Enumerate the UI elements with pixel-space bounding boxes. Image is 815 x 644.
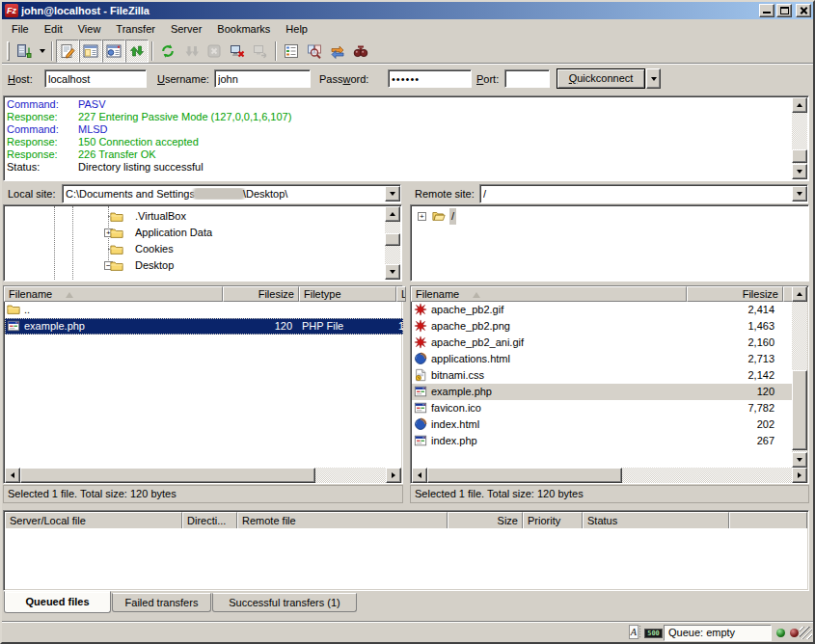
maximize-button[interactable] bbox=[776, 4, 792, 17]
column-header-filesize[interactable]: Filesize bbox=[687, 286, 783, 302]
scroll-thumb[interactable] bbox=[20, 468, 315, 483]
queue-column-serverlocalfile[interactable]: Server/Local file bbox=[5, 512, 182, 529]
tree-item--virtualbox[interactable]: .VirtualBox bbox=[4, 208, 384, 225]
scroll-down-button[interactable] bbox=[792, 452, 807, 468]
file-row-index-php[interactable]: index.php267 bbox=[412, 433, 793, 449]
menu-edit[interactable]: Edit bbox=[37, 21, 70, 37]
filezilla-icon[interactable]: Fz bbox=[5, 4, 18, 17]
file-row-bitnami-css[interactable]: bitnami.css2,142 bbox=[412, 367, 793, 384]
toggle-remote-tree-button[interactable] bbox=[102, 40, 125, 63]
log-text: 150 Connection accepted bbox=[78, 136, 199, 148]
filter-button[interactable] bbox=[280, 40, 303, 63]
menu-view[interactable]: View bbox=[70, 21, 109, 37]
port-input[interactable] bbox=[504, 69, 550, 88]
vertical-scrollbar[interactable] bbox=[792, 286, 807, 468]
local-tree-scrollbar[interactable] bbox=[385, 206, 400, 280]
quickconnect-dropdown-button[interactable] bbox=[646, 68, 661, 89]
scroll-left-button[interactable] bbox=[412, 468, 427, 483]
file-size: 1,463 bbox=[686, 318, 780, 335]
menu-bookmarks[interactable]: Bookmarks bbox=[209, 21, 278, 37]
scroll-right-button[interactable] bbox=[386, 468, 401, 483]
arrow-down-icon bbox=[797, 458, 802, 462]
menu-server[interactable]: Server bbox=[163, 21, 209, 37]
password-input[interactable] bbox=[388, 69, 472, 88]
close-button[interactable] bbox=[796, 4, 811, 17]
file-row-example-php[interactable]: example.php120 bbox=[412, 384, 793, 400]
file-name: apache_pb2.png bbox=[429, 318, 686, 335]
tab-queued-files[interactable]: Queued files bbox=[4, 591, 111, 613]
site-manager-button[interactable] bbox=[13, 40, 36, 63]
process-queue-button[interactable] bbox=[179, 40, 203, 63]
scroll-right-button[interactable] bbox=[792, 468, 807, 483]
css-file-icon bbox=[414, 368, 427, 382]
tab-failed-transfers[interactable]: Failed transfers bbox=[112, 593, 211, 612]
menu-help[interactable]: Help bbox=[278, 21, 315, 37]
queue-column-remotefile[interactable]: Remote file bbox=[237, 512, 448, 529]
scroll-down-button[interactable] bbox=[385, 264, 400, 280]
sync-browsing-button[interactable] bbox=[326, 40, 349, 63]
menu-file[interactable]: File bbox=[4, 21, 37, 37]
file-row--[interactable]: .. bbox=[5, 302, 403, 318]
scroll-thumb[interactable] bbox=[385, 233, 400, 246]
toggle-local-tree-button[interactable] bbox=[79, 40, 102, 63]
queue-column-priority[interactable]: Priority bbox=[523, 512, 583, 529]
refresh-button[interactable] bbox=[156, 40, 179, 63]
reconnect-button[interactable] bbox=[249, 40, 272, 63]
column-header-filename[interactable]: Filename bbox=[4, 286, 223, 302]
column-header-l[interactable]: L bbox=[396, 286, 406, 302]
file-row-example-php[interactable]: example.php120PHP File1 bbox=[5, 318, 403, 335]
disconnect-button[interactable] bbox=[226, 40, 249, 63]
queue-column-directi[interactable]: Directi... bbox=[182, 512, 237, 529]
queue-column-size[interactable]: Size bbox=[448, 512, 523, 529]
column-header-filetype[interactable]: Filetype bbox=[299, 286, 396, 302]
file-row-apache_pb2-png[interactable]: apache_pb2.png1,463 bbox=[412, 318, 793, 335]
message-log-lines: Command:PASVResponse:227 Entering Passiv… bbox=[7, 98, 789, 178]
scroll-up-button[interactable] bbox=[792, 286, 807, 302]
find-files-button[interactable] bbox=[349, 40, 372, 63]
toggle-message-log-button[interactable] bbox=[56, 40, 79, 63]
site-manager-dropdown-button[interactable] bbox=[36, 40, 48, 63]
tree-item-cookies[interactable]: Cookies bbox=[4, 241, 384, 257]
cancel-button[interactable] bbox=[203, 40, 226, 63]
tree-item-root[interactable]: +/ bbox=[411, 208, 807, 225]
expand-plus-icon[interactable]: + bbox=[418, 212, 426, 221]
minimize-button[interactable] bbox=[759, 4, 774, 17]
scroll-up-button[interactable] bbox=[792, 97, 807, 113]
tree-item-application-data[interactable]: +Application Data bbox=[4, 225, 384, 241]
scroll-thumb[interactable] bbox=[792, 370, 807, 450]
host-input[interactable] bbox=[44, 69, 147, 88]
toggle-queue-button[interactable] bbox=[125, 40, 149, 63]
resize-grip[interactable] bbox=[800, 627, 812, 639]
scroll-thumb[interactable] bbox=[427, 468, 622, 483]
title-bar[interactable]: Fz john@localhost - FileZilla bbox=[2, 2, 813, 19]
scroll-thumb[interactable] bbox=[792, 149, 807, 163]
queue-column-status[interactable]: Status bbox=[583, 512, 729, 529]
toggle-message-log-icon bbox=[60, 43, 75, 59]
scroll-left-button[interactable] bbox=[5, 468, 20, 483]
file-row-applications-html[interactable]: applications.html2,713 bbox=[412, 351, 793, 367]
local-site-combobox[interactable]: C:\Documents and Settings\Desktop\ bbox=[62, 184, 401, 203]
file-row-favicon-ico[interactable]: favicon.ico7,782 bbox=[412, 400, 793, 416]
toolbar-separator bbox=[151, 41, 153, 61]
file-row-apache_pb2_ani-gif[interactable]: apache_pb2_ani.gif2,160 bbox=[412, 335, 793, 351]
tab-successful-transfers-1-[interactable]: Successful transfers (1) bbox=[212, 593, 357, 612]
horizontal-scrollbar[interactable] bbox=[412, 468, 807, 483]
horizontal-scrollbar[interactable] bbox=[5, 468, 401, 483]
toolbar-grip[interactable] bbox=[7, 41, 10, 61]
column-header-filename[interactable]: Filename bbox=[411, 286, 687, 302]
column-header-filesize[interactable]: Filesize bbox=[223, 286, 299, 302]
scroll-up-button[interactable] bbox=[385, 206, 400, 222]
tree-item-desktop[interactable]: −Desktop bbox=[4, 257, 384, 274]
file-row-apache_pb2-gif[interactable]: apache_pb2.gif2,414 bbox=[412, 302, 793, 318]
message-log-scrollbar[interactable] bbox=[792, 97, 807, 179]
remote-site-combobox[interactable]: / bbox=[479, 184, 808, 203]
combo-dropdown-button[interactable] bbox=[385, 186, 400, 201]
combo-dropdown-button[interactable] bbox=[792, 186, 807, 201]
activity-led-green-icon bbox=[776, 629, 785, 637]
username-input[interactable] bbox=[214, 69, 311, 88]
quickconnect-button[interactable]: Quickconnect bbox=[557, 68, 645, 89]
menu-transfer[interactable]: Transfer bbox=[108, 21, 163, 37]
file-row-index-html[interactable]: index.html202 bbox=[412, 416, 793, 433]
compare-button[interactable] bbox=[303, 40, 326, 63]
scroll-down-button[interactable] bbox=[792, 164, 807, 179]
